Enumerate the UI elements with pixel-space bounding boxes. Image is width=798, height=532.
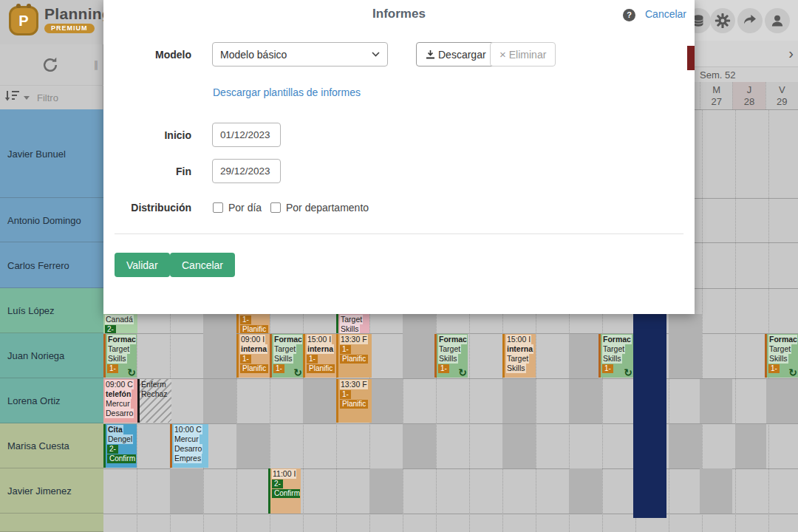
event-text-line: Canadá	[105, 315, 137, 324]
logo-icon: P	[9, 6, 38, 35]
start-date-input[interactable]	[212, 123, 281, 147]
day-letter: V	[779, 84, 785, 96]
event-block-confirmada-1100[interactable]: 11:00 I2-Confirm	[268, 468, 301, 514]
unavailable-cell	[669, 424, 702, 468]
event-block-formacion-target-skills[interactable]: FormacTargetSkills1-↻	[270, 334, 303, 378]
event-block-planificada-1330[interactable]: 13:30 F1-Planific	[336, 334, 372, 378]
event-block-formacion-target-skills[interactable]: FormacTargetSkills1-↻	[103, 334, 137, 378]
event-block-planificada-1330[interactable]: 13:30 F1-Planific	[336, 379, 372, 423]
event-block-formacion-interna-1500[interactable]: 15:00 Iinterna1-Planific	[303, 334, 336, 378]
employee-row[interactable]: Carlos Ferrero	[0, 242, 103, 288]
delete-button[interactable]: × Eliminar	[490, 42, 556, 66]
event-text-line: Skills	[273, 354, 302, 364]
modal-divider	[115, 233, 683, 234]
event-text-line: 10:00 C	[174, 425, 208, 434]
unavailable-cell	[369, 468, 403, 514]
end-label: Fin	[103, 166, 191, 177]
employee-row[interactable]: Javier Jimenez	[0, 468, 103, 514]
unavailable-cell	[403, 334, 434, 378]
start-label: Inicio	[103, 129, 191, 141]
model-select-value: Modelo básico	[220, 49, 287, 61]
event-block-formacion-target-skills[interactable]: FormacTargetSkills1-↻	[434, 334, 468, 378]
employee-row[interactable]: Lorena Ortiz	[0, 378, 103, 423]
unavailable-cell	[569, 468, 602, 514]
event-block-cita-dengel[interactable]: CitaDengel2-Confirm	[103, 424, 137, 468]
event-block-formacion-target-skills[interactable]: FormacTargetSkills1-↻	[598, 334, 633, 378]
download-button[interactable]: Descargar	[416, 42, 496, 66]
event-block-planificada[interactable]: 1-Planific	[236, 314, 270, 333]
day-header-cell[interactable]: V29	[765, 82, 798, 109]
chevron-down-icon[interactable]	[24, 96, 30, 100]
event-block-reunion-1000[interactable]: 10:00 CMercurDesarroEmpres	[170, 424, 208, 468]
employee-name: Javier Bunuel	[7, 149, 66, 160]
event-text-line: Enferm	[141, 380, 171, 389]
gear-icon[interactable]	[710, 8, 735, 33]
event-block-cita-telefonica-0900[interactable]: 09:00 CtelefónMercurDesarro	[103, 379, 137, 423]
event-text-line: Target	[340, 315, 369, 324]
employee-row[interactable]: Luís López	[0, 288, 103, 333]
event-block-formacion-interna-1500[interactable]: 15:00 IinternaTargetSkills	[502, 334, 536, 378]
resource-sidebar: ∥ Filtro Javier BunuelAntonio DomingoCar…	[0, 44, 103, 532]
event-text-line: Formac	[768, 335, 797, 344]
event-text-line: Desarro	[105, 409, 137, 418]
refresh-icon[interactable]	[40, 55, 61, 75]
recycle-icon: ↻	[293, 368, 302, 378]
filter-bar: Filtro	[0, 85, 103, 109]
employee-row[interactable]	[0, 514, 103, 532]
employee-row[interactable]: Antonio Domingo	[0, 198, 103, 242]
event-text-line: 09:00 I	[240, 335, 269, 344]
day-letter: J	[747, 84, 752, 96]
employee-row[interactable]: Juan Noriega	[0, 333, 103, 378]
event-text-line: Empres	[174, 454, 208, 463]
event-text-line: Target	[768, 344, 797, 354]
employee-name: Luís López	[7, 305, 55, 316]
user-icon[interactable]	[765, 8, 790, 33]
event-text-line: Target	[107, 344, 136, 354]
event-block-target-skills[interactable]: TargetSkills	[336, 314, 369, 333]
model-select[interactable]: Modelo básico	[212, 42, 388, 66]
validate-button[interactable]: Validar	[115, 253, 170, 277]
unavailable-cell	[502, 379, 536, 423]
event-block-enfermedad-rechazada[interactable]: EnfermRechaz	[137, 379, 171, 423]
event-text-line: 13:30 F	[340, 335, 371, 344]
day-number: 29	[777, 96, 787, 108]
event-block-formacion-target-skills[interactable]: FormacTargetSkills1-↻	[765, 334, 798, 378]
day-header-cell[interactable]: M27	[700, 82, 732, 109]
cancel-button[interactable]: Cancelar	[170, 253, 235, 277]
event-text-line: Target	[602, 344, 632, 354]
employee-name: Javier Jimenez	[7, 485, 72, 497]
unavailable-cell	[203, 379, 236, 423]
event-text-line: Skills	[340, 324, 369, 333]
event-text-line: 11:00 I	[272, 469, 300, 479]
modal-cancel-link[interactable]: Cancelar	[645, 8, 686, 20]
logo-title: Planning	[44, 6, 112, 21]
event-text-line: 1-	[240, 354, 269, 364]
logo-premium-badge: PREMIUM	[44, 24, 95, 33]
recycle-icon: ↻	[458, 368, 467, 378]
per-department-checkbox[interactable]	[270, 202, 281, 213]
help-icon[interactable]: ?	[623, 9, 635, 21]
chevron-right-icon[interactable]: ›	[788, 44, 794, 63]
event-block-canada[interactable]: Canadá2-	[103, 314, 137, 333]
templates-link[interactable]: Descargar plantillas de informes	[213, 86, 361, 98]
per-day-checkbox[interactable]	[213, 202, 223, 213]
employee-row[interactable]: Marisa Cuesta	[0, 423, 103, 468]
share-icon[interactable]	[737, 8, 763, 33]
event-text-line: Planific	[240, 364, 269, 373]
event-text-line: 1-	[340, 344, 371, 354]
sort-icon[interactable]	[4, 89, 21, 106]
model-label: Modelo	[103, 49, 191, 61]
employee-row[interactable]: Javier Bunuel	[0, 109, 103, 198]
day-number: 28	[744, 96, 754, 108]
event-text-line: Planific	[240, 324, 269, 333]
day-header-cell[interactable]: J28	[732, 82, 765, 109]
recycle-icon: ↻	[127, 368, 136, 378]
panel-resize-grip[interactable]: ∥	[94, 59, 100, 70]
end-date-input[interactable]	[212, 159, 281, 183]
unavailable-cell	[700, 379, 732, 423]
event-text-line: Formac	[438, 335, 467, 344]
filter-input[interactable]: Filtro	[37, 92, 58, 103]
event-text-line: 1-	[340, 389, 371, 399]
sidebar-toolbar: ∥	[0, 44, 103, 85]
event-block-formacion-interna-0900[interactable]: 09:00 Iinterna1-Planific	[236, 334, 270, 378]
